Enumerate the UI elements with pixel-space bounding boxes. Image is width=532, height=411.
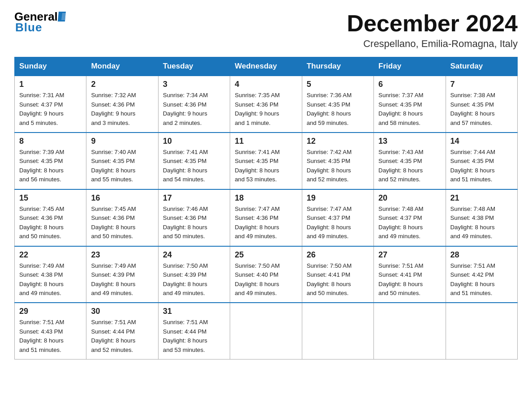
day-cell-1: 1Sunrise: 7:31 AMSunset: 4:37 PMDaylight… <box>15 76 86 133</box>
day-cell-30: 30Sunrise: 7:51 AMSunset: 4:44 PMDayligh… <box>86 303 158 359</box>
day-number: 8 <box>19 137 82 146</box>
day-cell-31: 31Sunrise: 7:51 AMSunset: 4:44 PMDayligh… <box>158 303 230 359</box>
day-cell-11: 11Sunrise: 7:41 AMSunset: 4:35 PMDayligh… <box>230 133 302 189</box>
sunset-text: Sunset: 4:36 PM <box>163 214 207 221</box>
sunset-text: Sunset: 4:37 PM <box>19 101 63 108</box>
week-row-3: 15Sunrise: 7:45 AMSunset: 4:36 PMDayligh… <box>15 189 518 246</box>
sunrise-text: Sunrise: 7:44 AM <box>450 149 495 155</box>
calendar-table: SundayMondayTuesdayWednesdayThursdayFrid… <box>14 57 518 360</box>
daylight-text: Daylight: 9 hours <box>163 110 207 117</box>
daylight-minutes: and 1 minute. <box>235 120 270 126</box>
day-cell-20: 20Sunrise: 7:48 AMSunset: 4:37 PMDayligh… <box>374 189 446 246</box>
sunset-text: Sunset: 4:36 PM <box>19 214 63 221</box>
sunset-text: Sunset: 4:35 PM <box>307 158 351 164</box>
daylight-minutes: and 59 minutes. <box>307 120 349 126</box>
daylight-text: Daylight: 8 hours <box>163 167 207 174</box>
day-cell-28: 28Sunrise: 7:51 AMSunset: 4:42 PMDayligh… <box>446 246 517 303</box>
day-info: Sunrise: 7:35 AMSunset: 4:36 PMDaylight:… <box>235 91 297 128</box>
day-number: 12 <box>307 137 369 146</box>
daylight-minutes: and 52 minutes. <box>378 176 420 183</box>
sunset-text: Sunset: 4:38 PM <box>450 214 494 221</box>
day-cell-16: 16Sunrise: 7:45 AMSunset: 4:36 PMDayligh… <box>86 189 158 246</box>
logo-line2: Blue <box>15 21 42 34</box>
daylight-minutes: and 50 minutes. <box>19 233 61 240</box>
col-header-monday: Monday <box>86 57 158 76</box>
day-info: Sunrise: 7:41 AMSunset: 4:35 PMDaylight:… <box>235 148 297 184</box>
sunset-text: Sunset: 4:35 PM <box>450 101 494 108</box>
sunrise-text: Sunrise: 7:32 AM <box>91 92 136 98</box>
day-cell-10: 10Sunrise: 7:41 AMSunset: 4:35 PMDayligh… <box>158 133 230 189</box>
day-number: 15 <box>19 193 82 203</box>
day-info: Sunrise: 7:38 AMSunset: 4:35 PMDaylight:… <box>450 91 513 128</box>
day-cell-14: 14Sunrise: 7:44 AMSunset: 4:35 PMDayligh… <box>446 133 517 189</box>
sunrise-text: Sunrise: 7:38 AM <box>450 92 495 98</box>
daylight-minutes: and 51 minutes. <box>450 176 493 183</box>
day-cell-23: 23Sunrise: 7:49 AMSunset: 4:39 PMDayligh… <box>86 246 158 303</box>
day-cell-5: 5Sunrise: 7:36 AMSunset: 4:35 PMDaylight… <box>302 76 373 133</box>
daylight-minutes: and 52 minutes. <box>307 176 349 183</box>
day-cell-3: 3Sunrise: 7:34 AMSunset: 4:36 PMDaylight… <box>158 76 230 133</box>
day-info: Sunrise: 7:44 AMSunset: 4:35 PMDaylight:… <box>450 148 513 184</box>
daylight-minutes: and 54 minutes. <box>163 176 205 183</box>
day-info: Sunrise: 7:51 AMSunset: 4:44 PMDaylight:… <box>91 318 153 355</box>
sunset-text: Sunset: 4:44 PM <box>91 328 135 335</box>
daylight-text: Daylight: 8 hours <box>307 281 351 287</box>
week-row-2: 8Sunrise: 7:39 AMSunset: 4:35 PMDaylight… <box>15 133 518 189</box>
sunrise-text: Sunrise: 7:50 AM <box>163 262 208 269</box>
day-cell-27: 27Sunrise: 7:51 AMSunset: 4:41 PMDayligh… <box>374 246 446 303</box>
daylight-text: Daylight: 8 hours <box>450 224 495 231</box>
day-cell-8: 8Sunrise: 7:39 AMSunset: 4:35 PMDaylight… <box>15 133 86 189</box>
daylight-text: Daylight: 8 hours <box>378 224 423 231</box>
day-info: Sunrise: 7:46 AMSunset: 4:36 PMDaylight:… <box>163 205 225 241</box>
day-info: Sunrise: 7:50 AMSunset: 4:40 PMDaylight:… <box>235 261 297 298</box>
sunset-text: Sunset: 4:36 PM <box>235 101 279 108</box>
daylight-text: Daylight: 8 hours <box>378 281 423 287</box>
sunrise-text: Sunrise: 7:47 AM <box>235 206 279 212</box>
daylight-text: Daylight: 8 hours <box>450 281 495 287</box>
daylight-minutes: and 49 minutes. <box>163 290 205 296</box>
daylight-minutes: and 57 minutes. <box>450 120 493 126</box>
day-cell-25: 25Sunrise: 7:50 AMSunset: 4:40 PMDayligh… <box>230 246 302 303</box>
sunrise-text: Sunrise: 7:42 AM <box>307 149 352 155</box>
day-number: 9 <box>91 137 153 146</box>
day-cell-29: 29Sunrise: 7:51 AMSunset: 4:43 PMDayligh… <box>15 303 86 359</box>
sunset-text: Sunset: 4:35 PM <box>450 158 494 164</box>
sunset-text: Sunset: 4:41 PM <box>307 271 351 278</box>
daylight-minutes: and 49 minutes. <box>235 290 277 296</box>
day-cell-15: 15Sunrise: 7:45 AMSunset: 4:36 PMDayligh… <box>15 189 86 246</box>
col-header-tuesday: Tuesday <box>158 57 230 76</box>
sunset-text: Sunset: 4:35 PM <box>19 158 63 164</box>
sunset-text: Sunset: 4:41 PM <box>378 271 422 278</box>
sunrise-text: Sunrise: 7:40 AM <box>91 149 136 155</box>
day-number: 4 <box>235 80 297 89</box>
day-cell-19: 19Sunrise: 7:47 AMSunset: 4:37 PMDayligh… <box>302 189 373 246</box>
day-cell-7: 7Sunrise: 7:38 AMSunset: 4:35 PMDaylight… <box>446 76 517 133</box>
daylight-text: Daylight: 8 hours <box>91 337 135 344</box>
daylight-text: Daylight: 9 hours <box>235 110 279 117</box>
day-info: Sunrise: 7:49 AMSunset: 4:39 PMDaylight:… <box>91 261 153 298</box>
daylight-minutes: and 50 minutes. <box>307 290 349 296</box>
day-info: Sunrise: 7:51 AMSunset: 4:41 PMDaylight:… <box>378 261 441 298</box>
day-cell-13: 13Sunrise: 7:43 AMSunset: 4:35 PMDayligh… <box>374 133 446 189</box>
empty-cell <box>446 303 517 359</box>
daylight-text: Daylight: 8 hours <box>307 167 351 174</box>
daylight-text: Daylight: 8 hours <box>91 167 135 174</box>
day-info: Sunrise: 7:50 AMSunset: 4:39 PMDaylight:… <box>163 261 225 298</box>
day-cell-18: 18Sunrise: 7:47 AMSunset: 4:36 PMDayligh… <box>230 189 302 246</box>
daylight-text: Daylight: 8 hours <box>19 281 64 287</box>
daylight-minutes: and 55 minutes. <box>91 176 133 183</box>
daylight-text: Daylight: 9 hours <box>19 110 64 117</box>
daylight-minutes: and 52 minutes. <box>91 347 133 353</box>
daylight-text: Daylight: 8 hours <box>235 281 279 287</box>
sunrise-text: Sunrise: 7:43 AM <box>378 149 423 155</box>
location-title: Crespellano, Emilia-Romagna, Italy <box>347 38 518 50</box>
day-number: 23 <box>91 250 153 260</box>
daylight-minutes: and 51 minutes. <box>450 290 493 296</box>
day-number: 10 <box>163 137 225 146</box>
daylight-minutes: and 3 minutes. <box>91 120 130 126</box>
sunrise-text: Sunrise: 7:31 AM <box>19 92 64 98</box>
sunset-text: Sunset: 4:39 PM <box>91 271 135 278</box>
col-header-thursday: Thursday <box>302 57 373 76</box>
day-info: Sunrise: 7:34 AMSunset: 4:36 PMDaylight:… <box>163 91 225 128</box>
day-number: 3 <box>163 80 225 89</box>
